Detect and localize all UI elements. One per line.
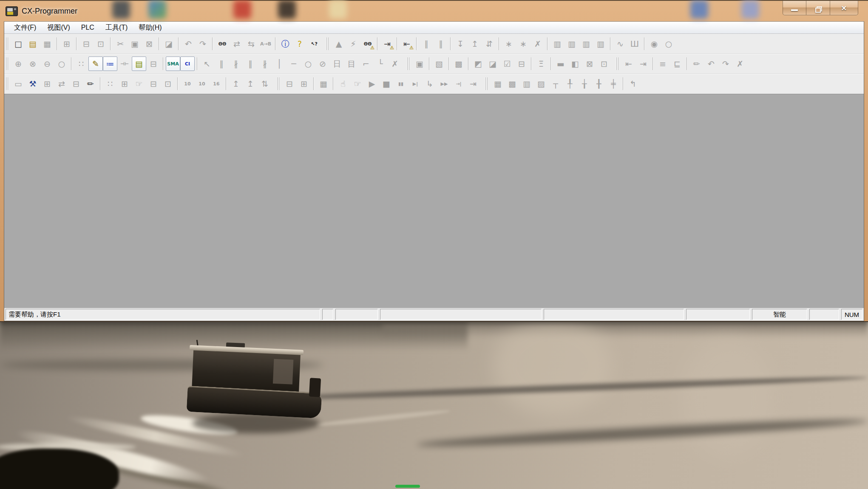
menu-item-plc[interactable]: PLC: [76, 23, 100, 33]
invert-instruction-icon: ⌐: [363, 60, 369, 68]
address-reference-tool-icon: Ξ: [539, 60, 544, 68]
horizontal-line-icon: ─: [291, 60, 296, 68]
toolbar-grip[interactable]: [6, 57, 9, 70]
info-help-button[interactable]: ⓘ: [278, 37, 292, 51]
print-button: ⊟: [79, 37, 94, 51]
status-bar: 需要帮助，请按F1 智能NUM: [4, 308, 864, 321]
show-output-window-icon: ◧: [571, 60, 579, 68]
redo-icon: ↷: [199, 40, 206, 48]
work-online-button: ▲: [332, 37, 346, 51]
title-bar[interactable]: CX-Programmer ×: [4, 1, 864, 21]
close-button[interactable]: ×: [830, 1, 858, 15]
toolbar-grip[interactable]: [326, 37, 329, 50]
toolbar-separator: [177, 77, 178, 90]
warning-overlay-icon: ⚠: [409, 45, 414, 50]
show-cross-reference-icon: ⊠: [586, 60, 593, 68]
release-password-button: ○: [661, 37, 676, 51]
minimize-button[interactable]: [783, 1, 806, 15]
show-rungs-compact-button[interactable]: ▤: [132, 57, 146, 71]
scan-run-icon: →|: [456, 82, 461, 86]
context-help-button[interactable]: ↖?: [307, 37, 321, 51]
toolbar-grip[interactable]: [616, 57, 619, 70]
app-icon-label: [7, 12, 13, 15]
pause-monitor-button: ∥: [434, 37, 448, 51]
show-comments-button[interactable]: ✎: [88, 57, 103, 71]
paste-button: ⊠: [142, 37, 156, 51]
data-trace-icon: ∿: [617, 40, 624, 48]
set-breakpoint-button: ☝: [336, 76, 350, 91]
replace-button: ⇄: [230, 37, 244, 51]
monitor-data-signed-button: 10: [195, 76, 209, 91]
menu-item-tools[interactable]: 工具(T): [100, 22, 133, 34]
transfer-to-plc-button[interactable]: ⇥⚠: [380, 37, 394, 51]
send-online-changes-button: ▧: [432, 57, 446, 71]
symbol-table-icon: SMA: [167, 62, 179, 66]
io-table-button: ⊞: [117, 76, 132, 91]
line-connect-icon: └: [378, 60, 383, 68]
mark-clear-button: ✗: [733, 57, 747, 71]
continuous-step-icon: ▶▶: [441, 82, 448, 86]
new-project-button[interactable]: □: [11, 37, 26, 51]
run-to-break-icon: ⇥: [470, 80, 477, 88]
window-controls: ×: [783, 1, 858, 15]
show-output-bar-icon: ▭: [14, 80, 22, 88]
redo-button: ↷: [196, 37, 210, 51]
workspace[interactable]: [4, 94, 864, 308]
toolbar-grip[interactable]: [277, 77, 280, 90]
transfer-from-plc-button[interactable]: ⇤⚠: [400, 37, 414, 51]
show-monitor-in-rung-button: ⊣⊢: [117, 57, 132, 71]
compile-button[interactable]: ⚒: [26, 76, 40, 91]
menu-item-file[interactable]: 文件(F): [9, 22, 42, 34]
open-project-icon: ▤: [29, 40, 37, 48]
plc-settings-button: ⊟: [146, 76, 161, 91]
menu-item-view[interactable]: 视图(V): [42, 22, 75, 34]
toolbar-separator: [110, 37, 111, 50]
toolbar-grip[interactable]: [485, 77, 488, 90]
wake-foam: [14, 424, 212, 489]
statusbar-help-text: 需要帮助，请按F1: [9, 311, 61, 319]
force-off-icon: ◪: [489, 60, 496, 68]
instruction-box-button: 日: [330, 57, 344, 71]
go-next-jump-point-button: ↥: [243, 76, 258, 91]
go-previous-jump-point-icon: ↥: [233, 80, 239, 88]
restore-button[interactable]: [806, 1, 830, 15]
menu-item-help[interactable]: 帮助(H): [133, 22, 167, 34]
monitor-button[interactable]: ΘΘ⚠: [360, 37, 375, 51]
step-run-icon: ▶|: [413, 82, 418, 86]
help-topics-button[interactable]: ?: [292, 37, 307, 51]
toolbar-separator: [178, 37, 179, 50]
toolbar-separator: [397, 37, 397, 50]
save-project-icon: ▦: [43, 40, 51, 48]
align-comments-button: ≡: [655, 57, 670, 71]
toolbar-separator: [377, 37, 378, 50]
coil-closed-icon: ⊘: [319, 60, 326, 68]
toolbar-separator: [71, 57, 72, 70]
online-edit-release-button: ▩: [451, 57, 466, 71]
toolbar-separator: [275, 37, 276, 50]
ci-instructions-button[interactable]: CI: [180, 57, 195, 71]
video-progress-fragment: [395, 485, 420, 488]
open-project-button[interactable]: ▤: [26, 37, 40, 51]
paste-special-button: ◪: [162, 37, 176, 51]
symbol-table-button[interactable]: SMA: [166, 57, 180, 71]
online-edit-rungs-button: ▣: [412, 57, 427, 71]
line-delete-button: ✗: [388, 57, 402, 71]
toolbar-grip[interactable]: [407, 57, 410, 70]
toolbar-grip[interactable]: [6, 77, 9, 90]
app-icon-led: [14, 8, 16, 10]
align-comments-icon: ≡: [659, 60, 666, 68]
find-button[interactable]: ΘΘ: [215, 37, 230, 51]
show-rung-annotations-button[interactable]: ≔: [103, 57, 117, 71]
window-refresh-icon: ⇄: [58, 80, 65, 88]
new-project-icon: □: [14, 40, 22, 48]
context-help-icon: ↖?: [311, 42, 318, 46]
show-watch-window-icon: ▬: [557, 60, 564, 68]
backup-to-memory-card-button: ⊟: [282, 76, 297, 91]
toolbar-grip[interactable]: [6, 37, 9, 50]
io-table-icon: ⊞: [121, 80, 128, 88]
properties-button[interactable]: ✏: [83, 76, 98, 91]
coil-open-icon: ○: [305, 60, 312, 68]
shift-rung-right-icon: ⇥: [640, 60, 647, 68]
data-trace-button: ∿: [613, 37, 627, 51]
transfer-io-memory-button: ∗: [516, 37, 530, 51]
